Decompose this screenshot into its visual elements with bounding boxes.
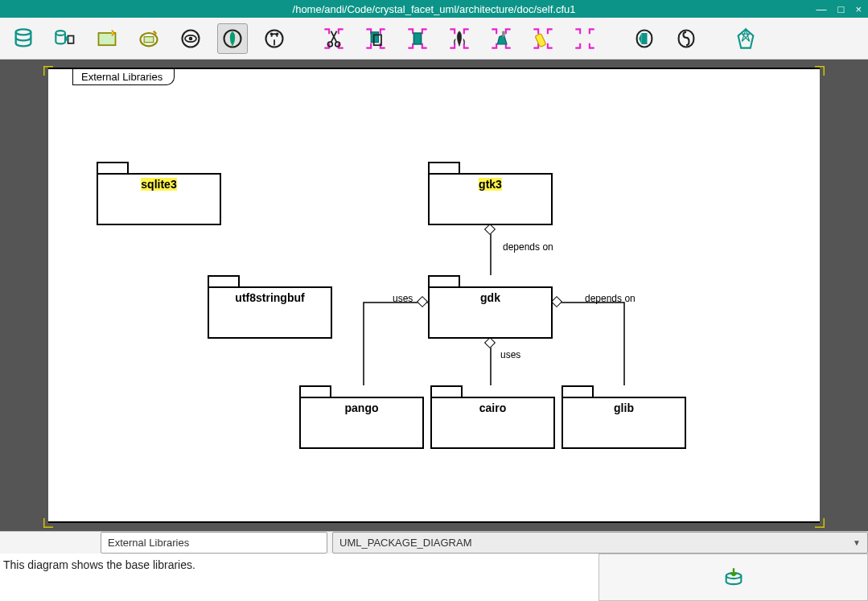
- description-field[interactable]: This diagram shows the base libraries.: [0, 554, 599, 601]
- package-label: utf8stringbuf: [235, 291, 304, 304]
- svg-point-1: [56, 31, 65, 35]
- save-icon: [722, 566, 745, 589]
- paste-button[interactable]: [402, 23, 433, 54]
- package-gtk3[interactable]: gtk3: [428, 162, 553, 225]
- property-bar: UML_PACKAGE_DIAGRAM ▼: [0, 531, 868, 554]
- package-glib[interactable]: glib: [562, 385, 686, 449]
- undo-button[interactable]: [629, 23, 660, 54]
- svg-point-13: [327, 42, 332, 47]
- chevron-down-icon: ▼: [853, 538, 861, 547]
- svg-rect-15: [371, 31, 378, 42]
- svg-rect-19: [535, 33, 546, 47]
- package-pango[interactable]: pango: [299, 385, 424, 449]
- diagram-stage[interactable]: External Libraries depends on uses uses: [48, 68, 820, 523]
- svg-point-12: [276, 32, 279, 35]
- window-controls: — □ ×: [817, 4, 862, 14]
- package-label: cairo: [479, 401, 506, 414]
- package-utf8stringbuf[interactable]: utf8stringbuf: [208, 275, 332, 339]
- view-button[interactable]: [175, 23, 206, 54]
- connector-label[interactable]: depends on: [585, 293, 636, 304]
- export-button[interactable]: [50, 23, 80, 54]
- name-field[interactable]: [101, 532, 327, 554]
- delete-button[interactable]: [444, 23, 475, 54]
- new-window-button[interactable]: [92, 23, 122, 54]
- svg-rect-17: [413, 33, 421, 44]
- package-label: sqlite3: [141, 178, 176, 191]
- package-label: glib: [614, 401, 634, 414]
- navigate-button[interactable]: [217, 23, 248, 54]
- package-cairo[interactable]: cairo: [430, 385, 555, 449]
- create-button[interactable]: [259, 23, 290, 54]
- database-button[interactable]: [8, 23, 39, 54]
- package-label: gdk: [480, 291, 500, 304]
- instantiate-button[interactable]: [486, 23, 516, 54]
- maximize-button[interactable]: □: [838, 4, 845, 14]
- reset-selection-button[interactable]: [570, 23, 600, 54]
- svg-point-11: [270, 32, 274, 35]
- commit-button[interactable]: [599, 554, 868, 601]
- cut-button[interactable]: [319, 23, 349, 54]
- diagram-canvas[interactable]: depends on uses uses depends on sqlite3 …: [48, 69, 820, 521]
- toolbar: [0, 18, 868, 60]
- svg-rect-2: [68, 35, 74, 43]
- connector-label[interactable]: uses: [500, 349, 520, 360]
- titlebar: /home/andi/Code/crystal_facet_uml/archit…: [0, 0, 868, 18]
- window-title: /home/andi/Code/crystal_facet_uml/archit…: [293, 3, 576, 15]
- description-row: This diagram shows the base libraries.: [0, 554, 868, 601]
- package-label: gtk3: [479, 178, 502, 191]
- minimize-button[interactable]: —: [817, 4, 827, 14]
- svg-rect-5: [144, 36, 154, 42]
- copy-button[interactable]: [360, 23, 391, 54]
- about-button[interactable]: [730, 23, 761, 54]
- highlight-button[interactable]: [528, 23, 558, 54]
- redo-button[interactable]: [671, 23, 701, 54]
- package-gdk[interactable]: gdk: [428, 275, 553, 339]
- diagram-stage-wrap: External Libraries depends on uses uses: [0, 60, 868, 531]
- svg-point-0: [16, 29, 31, 35]
- type-value: UML_PACKAGE_DIAGRAM: [339, 537, 471, 549]
- close-button[interactable]: ×: [855, 4, 862, 14]
- svg-point-8: [189, 36, 193, 40]
- svg-point-14: [335, 42, 340, 47]
- package-label: pango: [345, 401, 379, 414]
- package-sqlite3[interactable]: sqlite3: [97, 162, 221, 225]
- svg-rect-18: [502, 31, 505, 36]
- connector-label[interactable]: depends on: [503, 241, 553, 253]
- new-sibling-button[interactable]: [134, 23, 164, 54]
- connector-label[interactable]: uses: [393, 293, 413, 304]
- type-dropdown[interactable]: UML_PACKAGE_DIAGRAM ▼: [332, 532, 868, 554]
